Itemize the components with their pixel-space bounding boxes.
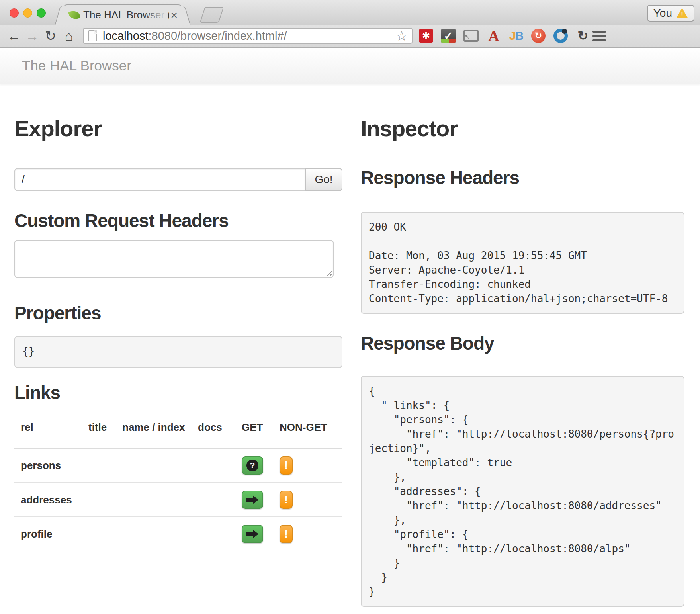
browser-titlebar: The HAL Browser (customi × You ! <box>0 0 700 25</box>
app-brand: The HAL Browser <box>22 58 131 74</box>
follow-arrow-icon <box>246 495 258 504</box>
resource-path-input[interactable] <box>14 168 305 191</box>
inspector-column: Inspector Response Headers 200 OK Date: … <box>361 84 684 607</box>
spring-leaf-favicon <box>68 9 81 21</box>
profile-button[interactable]: You ! <box>647 5 694 22</box>
table-row: addresses ! <box>14 483 342 517</box>
back-button[interactable]: ← <box>5 29 23 43</box>
jetbrains-b: B <box>515 29 523 43</box>
link-rel: addresses <box>14 483 82 517</box>
get-follow-button[interactable] <box>242 525 263 543</box>
go-button[interactable]: Go! <box>305 168 342 191</box>
zoom-window-button[interactable] <box>37 8 46 18</box>
extensions-row: ✱ ✓ A JB ↻ ↻ <box>419 29 590 43</box>
chromecast-extension-icon[interactable] <box>463 30 479 42</box>
new-tab-button[interactable] <box>200 7 224 23</box>
col-title: title <box>82 414 116 448</box>
home-button[interactable]: ⌂ <box>60 29 78 43</box>
custom-headers-wrap <box>14 231 334 280</box>
col-docs: docs <box>192 414 235 448</box>
explorer-title: Explorer <box>14 116 342 141</box>
url-text[interactable]: localhost:8080/browser/index.html#/ <box>103 29 396 43</box>
non-get-button[interactable]: ! <box>280 491 293 509</box>
history-reload-extension-icon[interactable]: ↻ <box>576 29 590 43</box>
non-get-button[interactable]: ! <box>280 525 293 543</box>
page-icon <box>88 30 97 41</box>
adblock-extension-icon[interactable]: A <box>487 29 501 43</box>
link-rel: persons <box>14 448 82 483</box>
properties-box: {} <box>14 336 342 368</box>
jetbrains-extension-icon[interactable]: JB <box>509 29 523 43</box>
browser-tab[interactable]: The HAL Browser (customi × <box>63 4 182 25</box>
link-rel: profile <box>14 517 82 551</box>
links-title: Links <box>14 382 342 403</box>
lastpass-extension-icon[interactable]: ✱ <box>419 29 433 43</box>
address-bar[interactable]: localhost:8080/browser/index.html#/ ☆ <box>83 28 413 44</box>
col-nonget: NON-GET <box>273 414 342 448</box>
response-body-box: { "_links": { "persons": { "href": "http… <box>361 376 684 607</box>
table-row: profile ! <box>14 517 342 551</box>
tab-title-fade <box>143 5 167 25</box>
non-get-button[interactable]: ! <box>280 456 293 475</box>
url-host: localhost <box>103 29 148 42</box>
get-templated-button[interactable]: ? <box>242 456 263 475</box>
warning-icon: ! <box>676 8 688 18</box>
templated-query-icon: ? <box>246 460 258 471</box>
checkmark-extension-icon[interactable]: ✓ <box>441 29 456 43</box>
browser-toolbar: ← → ↻ ⌂ localhost:8080/browser/index.htm… <box>0 25 700 48</box>
response-headers-title: Response Headers <box>361 167 684 188</box>
response-headers-box: 200 OK Date: Mon, 03 Aug 2015 19:55:45 G… <box>361 212 684 314</box>
reload-button[interactable]: ↻ <box>41 29 60 43</box>
inspector-title: Inspector <box>361 116 684 141</box>
close-window-button[interactable] <box>10 8 19 18</box>
custom-request-headers-title: Custom Request Headers <box>14 210 342 231</box>
app-navbar: The HAL Browser <box>0 48 700 84</box>
forward-button[interactable]: → <box>23 29 41 43</box>
get-follow-button[interactable] <box>242 491 263 509</box>
links-table: rel title name / index docs GET NON-GET … <box>14 414 342 551</box>
col-get: GET <box>235 414 273 448</box>
profile-label: You <box>653 7 672 20</box>
tab-close-icon[interactable]: × <box>170 9 178 21</box>
custom-headers-textarea[interactable] <box>14 240 334 278</box>
page-content: Explorer Go! Custom Request Headers Prop… <box>0 84 700 607</box>
chrome-menu-icon[interactable] <box>592 31 606 41</box>
col-rel: rel <box>14 414 82 448</box>
properties-title: Properties <box>14 303 342 323</box>
explorer-column: Explorer Go! Custom Request Headers Prop… <box>14 84 342 607</box>
table-row: persons ? ! <box>14 448 342 483</box>
col-name-index: name / index <box>116 414 192 448</box>
sync-extension-icon[interactable]: ↻ <box>531 29 546 43</box>
jetbrains-j: J <box>509 29 515 43</box>
bookmark-star-icon[interactable]: ☆ <box>396 29 408 43</box>
address-form: Go! <box>14 168 342 191</box>
blue-circle-extension-icon[interactable] <box>553 29 568 43</box>
follow-arrow-icon <box>246 530 258 538</box>
url-path: :8080/browser/index.html#/ <box>148 29 287 42</box>
response-body-title: Response Body <box>361 333 684 354</box>
minimize-window-button[interactable] <box>23 8 32 18</box>
links-header-row: rel title name / index docs GET NON-GET <box>14 414 342 448</box>
